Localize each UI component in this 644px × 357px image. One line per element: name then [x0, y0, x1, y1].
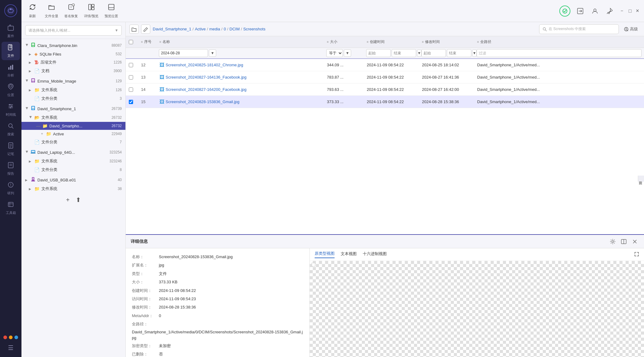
preview-expand-btn[interactable]	[634, 252, 639, 258]
breadcrumb-dcim[interactable]: DCIM	[229, 27, 240, 31]
table-row[interactable]: 12 🖼 Screenshot_20240825-181402_Chrome.j…	[126, 59, 644, 71]
tree-node-doc[interactable]: ▶ 📄 文档 3900	[21, 67, 125, 75]
tab-text-view[interactable]: 文本视图	[341, 251, 357, 258]
filter-operator-select[interactable]: 等于 大于 小于	[326, 49, 343, 57]
tree-node-active[interactable]: + 📁 Active 22949	[21, 130, 125, 138]
sidebar-item-research[interactable]: 研判	[2, 179, 20, 198]
file-name-link[interactable]: Screenshot_20240825-181402_Chrome.jpg	[166, 63, 243, 67]
breadcrumb-david-smartphone[interactable]: David_Smartphone_1	[153, 27, 191, 31]
user-button[interactable]	[590, 6, 600, 16]
filter-date-input[interactable]	[159, 49, 208, 57]
filter-created-end[interactable]	[392, 49, 416, 57]
filter-created-start[interactable]	[366, 49, 391, 57]
row-checkbox[interactable]	[129, 63, 133, 67]
holder-select[interactable]: 请选择/输入持有人/检材... ▼	[25, 25, 122, 36]
status-circle-button[interactable]	[559, 6, 570, 17]
breadcrumb-active[interactable]: Active	[195, 27, 205, 31]
th-name[interactable]: ≡ 名称	[158, 39, 325, 45]
sidebar-item-files[interactable]: 文件	[2, 42, 20, 60]
tree-node-laptop-fs[interactable]: ▶ 📁 文件系统 323246	[21, 157, 125, 165]
tree-node-david-fc[interactable]: ▶ 📄 文件分类 7	[21, 138, 125, 146]
th-path[interactable]: ≡ 全路径	[475, 39, 643, 45]
sidebar-item-cases[interactable]: 案件	[2, 22, 20, 41]
tree-node-usb-fs[interactable]: ▶ 📁 文件系统 38	[21, 184, 125, 193]
sign-restore-button[interactable]: ⟳ 签名恢复	[64, 3, 78, 18]
sidebar-item-timeline[interactable]: 时间线	[2, 101, 20, 119]
tree-node-emma-fc[interactable]: ▶ 📄 文件分类 3	[21, 94, 125, 103]
preview-area	[310, 261, 644, 357]
folder-nav-button[interactable]	[129, 25, 139, 34]
preview-pos-button[interactable]: 预览位置	[105, 3, 118, 18]
tree-node-emma-fs[interactable]: ▶ 📁 文件系统 126	[21, 86, 125, 94]
maximize-button[interactable]: □	[629, 8, 632, 14]
tree-node-david-laptop[interactable]: ▶ David_Laptop_64G... 323254	[21, 148, 125, 157]
filter-modified-end[interactable]	[447, 49, 471, 57]
sidebar-item-report[interactable]: 报告	[2, 160, 20, 178]
breadcrumb-screenshots[interactable]: Screenshots	[243, 27, 265, 31]
edit-path-button[interactable]	[141, 25, 150, 34]
laptop-fc-label: 文件分类	[41, 167, 118, 173]
row-created-cell: 2024-11-09 08:54:22	[365, 99, 420, 104]
search-box[interactable]: 在 Screenshots 中搜索	[539, 24, 619, 34]
row-path: David_Smartphone_1/Active/med...	[477, 75, 540, 80]
breadcrumb-media[interactable]: media	[209, 27, 220, 31]
tree-node-zip[interactable]: ▶ 🗜 压缩文件 1226	[21, 58, 125, 67]
tab-raw-view[interactable]: 原类型视图	[315, 251, 335, 258]
row-checkbox[interactable]	[129, 87, 133, 92]
sidebar-item-search[interactable]: 搜索	[2, 120, 20, 139]
table-row[interactable]: 15 🖼 Screenshot_20240828-153836_Gmail.jp…	[126, 96, 644, 108]
sidebar-item-tools[interactable]: 工具箱	[2, 199, 20, 217]
settings-side-hint[interactable]: 设置列	[638, 176, 644, 182]
table-row[interactable]: 14 🖼 Screenshot_20240827-164200_Facebook…	[126, 83, 644, 96]
sidebar-menu-btn[interactable]: ☰	[3, 342, 18, 353]
th-modified[interactable]: ≡ 修改时间	[420, 39, 475, 45]
minimize-button[interactable]: －	[619, 8, 624, 14]
dot-yellow[interactable]	[9, 336, 13, 339]
tree-node-usb[interactable]: ▶ David_USB_8GB.e01 40	[21, 175, 125, 184]
detail-settings-button[interactable]	[608, 237, 617, 246]
th-num[interactable]: ≡ 序号	[139, 39, 158, 45]
show-all-button[interactable]: 文件全显	[45, 3, 58, 18]
sidebar-item-notes[interactable]: 记笔	[2, 140, 20, 158]
detail-split-button[interactable]	[619, 237, 628, 246]
tree-remove-button[interactable]: ⬆	[76, 196, 81, 204]
th-size[interactable]: ≡ 大小	[325, 39, 365, 45]
pin-button[interactable]	[605, 6, 615, 16]
refresh-button[interactable]: 刷新	[26, 3, 39, 18]
tree-node-david-phone[interactable]: ▶ David_Smartphone_1 26739	[21, 104, 125, 113]
select-all-checkbox[interactable]	[129, 40, 133, 44]
tree-node-clara[interactable]: ▶ Clara_Smartphone.bin 88087	[21, 41, 125, 50]
th-created[interactable]: ≡ 创建时间	[365, 39, 420, 45]
row-checkbox[interactable]	[129, 75, 133, 80]
filter-path-input[interactable]: 过滤	[477, 49, 642, 57]
tree-node-laptop-fc[interactable]: ▶ 📄 文件分类 8	[21, 165, 125, 174]
file-name-link[interactable]: Screenshot_20240827-164136_Facebook.jpg	[166, 75, 247, 80]
tree-add-button[interactable]: +	[66, 196, 70, 204]
breadcrumb-0[interactable]: 0	[224, 27, 226, 31]
breadcrumb-bar: David_Smartphone_1 / Active / media / 0 …	[126, 22, 644, 36]
file-name-link[interactable]: Screenshot_20240827-164200_Facebook.jpg	[166, 87, 247, 92]
details-preview-button[interactable]: 详情/预览	[84, 3, 98, 18]
analysis-icon	[7, 64, 14, 72]
file-name-link[interactable]: Screenshot_20240828-153836_Gmail.jpg	[166, 99, 240, 104]
export-button[interactable]	[575, 6, 585, 16]
dot-blue[interactable]	[14, 336, 18, 339]
th-checkbox[interactable]	[127, 40, 139, 44]
dot-red[interactable]	[3, 336, 7, 339]
close-button[interactable]: ×	[636, 8, 639, 14]
advanced-search-button[interactable]: 高级	[621, 25, 640, 33]
sidebar-item-location[interactable]: 位置	[2, 81, 20, 99]
filter-modified-start[interactable]	[421, 49, 446, 57]
tree-node-emma[interactable]: ▶ Emma_Mobile_Image 129	[21, 76, 125, 86]
advanced-search-icon	[624, 27, 629, 32]
tab-hex-view[interactable]: 十六进制视图	[363, 251, 387, 258]
tree-node-david-smartpho[interactable]: — 📁 David_Smartpho... 26732	[21, 122, 125, 130]
detail-close-button[interactable]	[631, 237, 639, 246]
row-checkbox[interactable]	[129, 100, 133, 104]
table-row[interactable]: 13 🖼 Screenshot_20240827-164136_Facebook…	[126, 71, 644, 83]
sidebar-item-analysis[interactable]: 分析	[2, 61, 20, 80]
filter-size-btn[interactable]: ▼	[344, 49, 351, 57]
filter-date-btn[interactable]: ▼	[209, 49, 216, 57]
tree-node-david-fs[interactable]: ▶ 📂 文件系统 26732	[21, 113, 125, 122]
tree-node-sqlite[interactable]: ▶ ◈ SQLite Files 532	[21, 50, 125, 58]
